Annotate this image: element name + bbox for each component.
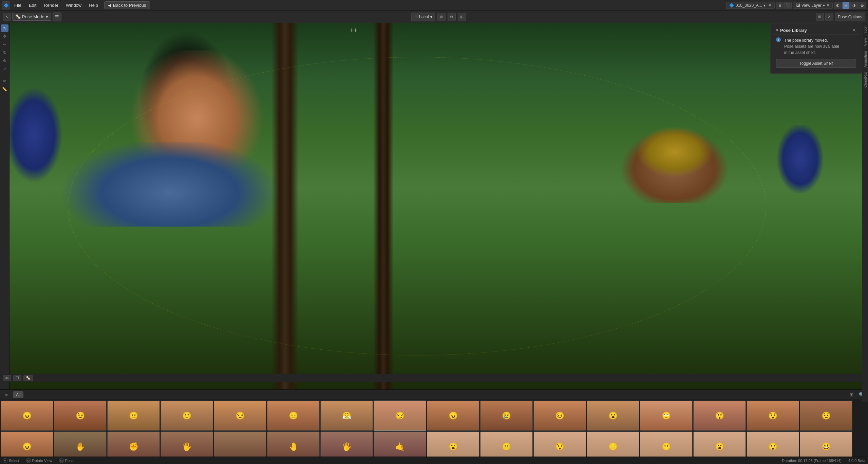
render-btn-2[interactable]: ⬛ [784,2,792,9]
thumb-face-3: 😐 [108,401,159,430]
menu-icon: ≡ [5,392,8,397]
file-info[interactable]: 🔷 010_0020_A... ▾ ✕ [726,2,775,9]
object-icon: 🦴 [26,376,31,380]
pose-thumb-6[interactable]: 😑 [267,401,320,431]
render-icons: 🖥 ⬛ [776,2,792,9]
menu-file[interactable]: File [11,2,25,9]
pose-thumb-2[interactable]: 😉 [54,401,107,431]
hamburger-icon: ☰ [55,14,59,19]
proportional-edit[interactable]: ◎ [458,13,466,21]
tab-cloudrig[interactable]: CloudRig [863,70,868,90]
collapse-icon[interactable]: ▾ [776,28,778,33]
grid-icon: ⊞ [850,392,853,397]
pose-thumb-12[interactable]: 😮 [587,401,639,431]
pose-library-panel: ▾ Pose Library ✕ i The pose library move… [770,23,862,74]
pose-thumb-1[interactable]: 😠 [1,401,53,431]
tab-animation[interactable]: Animation [863,49,868,70]
move-tool[interactable]: ↔ [1,41,8,48]
file-expand-icon: ▾ [763,3,766,8]
view-layer-expand: ▾ [823,3,825,8]
local-icon: ⊕ [414,15,418,19]
shading-btn-1[interactable]: ◐ [834,2,842,9]
view-layer-add[interactable]: ✕ [826,3,830,8]
pose-thumb-3[interactable]: 😐 [107,401,160,431]
transform-tool[interactable]: ⤢ [1,65,8,73]
pose-thumb-4[interactable]: 🙂 [161,401,213,431]
vp-object-menu[interactable]: 🦴 [23,375,33,381]
pose-thumb-15[interactable]: 😯 [747,401,799,431]
n-panel-close-btn[interactable]: ✕ [852,27,856,33]
toggle-asset-shelf-btn[interactable]: Toggle Asset Shelf [776,59,856,68]
tree-trunk-2 [373,23,394,389]
info-icon: i [776,37,781,42]
file-name: 010_0020_A... [736,3,762,8]
filter-all-btn[interactable]: All [13,391,23,398]
menu-edit[interactable]: Edit [25,2,40,9]
thumb-face-13: 🙄 [640,401,692,430]
bottom-status-bar: M Select M Rotate View M Pose Duration: … [0,457,868,464]
measure-tool[interactable]: 📏 [1,85,8,93]
pose-library-body: i The pose library moved. Pose assets ar… [773,35,859,71]
render-btn-1[interactable]: 🖥 [776,2,784,9]
thumb-face-2: 😉 [54,401,106,430]
pivot-btn[interactable]: ⊕ [437,13,446,21]
pose-thumb-10[interactable]: 😢 [480,401,533,431]
pose-thumb-9[interactable]: 😠 [427,401,479,431]
top-right-section: 🔷 010_0020_A... ▾ ✕ 🖥 ⬛ 🖼 View Layer ▾ ✕… [726,2,866,9]
close-panel-btn[interactable]: ✕ [825,13,833,21]
mode-selector[interactable]: 🦴 Pose Mode ▾ [12,13,51,21]
overlay-btn[interactable]: ⊞ [816,13,824,21]
scale-tool[interactable]: ⊕ [1,57,8,64]
pose-thumb-13[interactable]: 🙄 [640,401,693,431]
rotate-tool[interactable]: ↻ [1,49,8,56]
status-select: M Select [3,458,19,463]
view-layer-icon: 🖼 [796,3,800,8]
shading-btn-2[interactable]: ● [842,2,850,9]
annotate-tool[interactable]: ✏ [1,77,8,85]
pose-grid-view-btn[interactable]: ⊞ [848,391,855,399]
msg-line2: Pose assets are now available [784,43,839,50]
pose-thumb-14[interactable]: 😲 [693,401,746,431]
menu-help[interactable]: Help [86,2,101,9]
blender-icon-btn[interactable]: 🔷 [2,1,10,9]
pose-thumbnail-panel: ≡ All ⊞ 🔍 😠 😉 😐 🙂 [0,389,868,464]
blue-flowers-left [0,84,85,186]
thumb-face-10: 😢 [480,401,532,430]
status-rotate: M Rotate View [26,458,52,463]
pose-panel-menu-btn[interactable]: ≡ [3,391,10,399]
file-close-icon[interactable]: ✕ [768,3,772,8]
pose-library-message: i The pose library moved. Pose assets ar… [776,37,856,56]
pose-thumb-16[interactable]: 😟 [800,401,852,431]
menu-window[interactable]: Window [62,2,85,9]
duration-text: Duration: 00:17:06 (Frame 168/414) [782,459,842,463]
select-tool-btn[interactable]: ↖ [3,13,11,21]
thumb-face-9: 😠 [427,401,479,430]
snap-toggle[interactable]: ⊙ [448,13,456,21]
char-outfit [51,142,288,227]
cursor-tool[interactable]: ✥ [1,33,8,40]
vp-select-menu[interactable]: ☐ [13,375,21,381]
shading-btn-3[interactable]: ◑ [850,2,858,9]
view-layer-section[interactable]: 🖼 View Layer ▾ ✕ [793,2,833,9]
select-tool[interactable]: ↖ [1,24,8,32]
options-hamburger[interactable]: ☰ [53,13,61,21]
back-icon: ◀ [108,3,111,8]
pose-panel-header: ≡ All ⊞ 🔍 [0,390,868,400]
toolbar-right-controls: ⊞ ✕ Pose Options [816,13,865,21]
msg-line1: The pose library moved. [784,37,839,43]
tab-view[interactable]: View [863,36,868,48]
blender-logo: 🔷 [4,3,9,8]
pose-thumb-7[interactable]: 😤 [320,401,373,431]
menu-render[interactable]: Render [40,2,62,9]
rotate-icon: M [26,458,31,463]
pose-thumb-8[interactable]: 😏 [374,401,426,431]
pose-thumb-11[interactable]: 😣 [533,401,586,431]
shading-btn-4[interactable]: ◒ [858,2,866,9]
vp-view-menu[interactable]: 👁 [3,375,11,381]
back-to-previous-button[interactable]: ◀ Back to Previous [104,1,150,9]
local-btn[interactable]: ⊕ Local ▾ [411,13,435,21]
tab-tool[interactable]: Tool [863,24,868,35]
3d-viewport[interactable]: + [0,23,868,389]
pose-thumb-5[interactable]: 😒 [214,401,266,431]
pose-options-btn[interactable]: Pose Options [835,13,865,21]
